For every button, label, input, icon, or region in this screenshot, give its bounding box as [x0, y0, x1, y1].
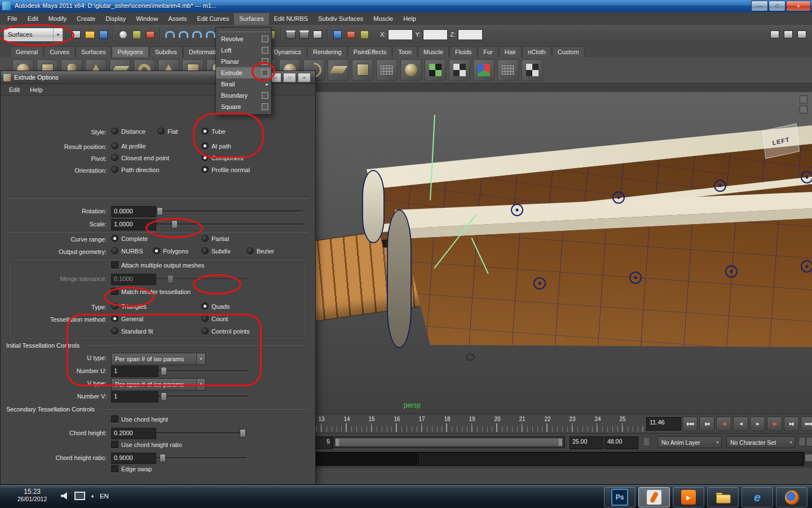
use-chord-ratio-checkbox[interactable]: Use chord height ratio [111, 441, 182, 448]
radio-icon[interactable] [111, 247, 118, 255]
tess-standard-fit-option[interactable]: Standard fit [111, 327, 153, 335]
checkbox-icon[interactable] [111, 261, 118, 269]
snap-plane-icon[interactable] [204, 28, 217, 41]
scale-slider[interactable] [156, 219, 303, 229]
playback-end-field[interactable]: 48.00 [604, 436, 638, 449]
merge-tolerance-field[interactable]: 0.1000 [111, 274, 156, 285]
taskbar-firefox-button[interactable] [776, 487, 807, 507]
checkbox-icon[interactable] [111, 441, 118, 448]
go-to-end-button[interactable]: ▶▶▮ [801, 417, 812, 431]
save-scene-icon[interactable] [97, 28, 109, 41]
auto-keyframe-icon[interactable] [798, 437, 806, 446]
radio-icon[interactable] [111, 327, 118, 335]
option-box-icon[interactable] [262, 58, 268, 65]
snap-point-icon[interactable] [191, 28, 203, 41]
taskbar-photoshop-button[interactable]: Ps [604, 487, 636, 507]
slider-handle[interactable] [240, 429, 246, 437]
slider-handle[interactable] [171, 220, 178, 229]
radio-icon[interactable] [201, 166, 209, 173]
chord-height-ratio-slider[interactable] [156, 453, 246, 462]
range-slider-bar[interactable] [335, 438, 563, 446]
slider-handle[interactable] [167, 275, 174, 283]
radio-icon[interactable] [111, 315, 118, 322]
radio-icon[interactable] [201, 154, 209, 161]
merge-tolerance-slider[interactable] [156, 274, 249, 283]
menu-modify[interactable]: Modify [43, 13, 72, 25]
option-box-icon[interactable] [262, 103, 268, 110]
chord-height-field[interactable]: 0.2000 [111, 428, 156, 439]
chord-height-slider[interactable] [156, 428, 246, 437]
radio-icon[interactable] [111, 128, 118, 135]
maximize-button[interactable]: □ [769, 1, 785, 11]
anim-layer-icon[interactable] [643, 437, 650, 446]
output-subdiv-option[interactable]: Subdiv [201, 247, 231, 255]
menu-set-selector[interactable]: Surfaces ▾ [3, 28, 63, 42]
style-distance-option[interactable]: Distance [111, 128, 145, 135]
open-scene-icon[interactable] [83, 28, 96, 41]
style-tube-option[interactable]: Tube [201, 128, 226, 135]
slider-handle[interactable] [157, 207, 163, 216]
play-backwards-button[interactable]: ◀ [733, 417, 748, 431]
taskbar-internet-explorer-button[interactable]: e [742, 487, 773, 507]
match-render-checkbox[interactable]: Match render tessellation [111, 288, 191, 295]
type-quads-option[interactable]: Quads [201, 303, 230, 310]
edge-swap-checkbox[interactable]: Edge swap [111, 465, 152, 472]
combine-mesh-icon[interactable] [352, 59, 373, 81]
dialog-menu-help[interactable]: Help [25, 86, 48, 93]
menu-window[interactable]: Window [131, 13, 163, 25]
orientation-profile-normal-option[interactable]: Profile normal [201, 166, 250, 173]
shelf-tab-hair[interactable]: Hair [499, 46, 522, 57]
color-set-icon[interactable] [473, 59, 495, 81]
menu-item-extrude[interactable]: Extrude [216, 67, 271, 78]
lasso-tool-icon[interactable] [130, 28, 143, 41]
result-at-path-option[interactable]: At path [201, 142, 231, 150]
snap-curve-icon[interactable] [177, 28, 189, 41]
rotation-field[interactable]: 0.0000 [111, 206, 156, 217]
result-at-profile-option[interactable]: At profile [111, 142, 145, 150]
uv-checker-icon[interactable] [425, 59, 446, 81]
toolbox-icon[interactable] [358, 28, 370, 41]
tray-chevron-up-icon[interactable]: ▲ [90, 493, 95, 498]
menu-muscle[interactable]: Muscle [368, 13, 398, 25]
display-settings-icon[interactable] [74, 492, 85, 500]
paint-select-icon[interactable] [144, 28, 156, 41]
shelf-tab-surfaces[interactable]: Surfaces [76, 46, 111, 57]
step-forward-frame-button[interactable]: ▶▮ [784, 417, 799, 431]
mirror-geometry-icon[interactable] [328, 59, 349, 81]
menu-subdiv-surfaces[interactable]: Subdiv Surfaces [313, 13, 368, 25]
shelf-tab-polygons[interactable]: Polygons [112, 46, 148, 57]
menu-edit-curves[interactable]: Edit Curves [192, 13, 234, 25]
shelf-tab-subdivs[interactable]: Subdivs [149, 46, 183, 57]
radio-icon[interactable] [201, 142, 209, 150]
radio-icon[interactable] [111, 142, 118, 150]
slider-handle[interactable] [161, 367, 167, 375]
shelf-tab-fluids[interactable]: Fluids [449, 46, 477, 57]
shelf-tab-painteffects[interactable]: PaintEffects [348, 46, 392, 57]
menu-file[interactable]: File [2, 13, 23, 25]
menu-item-planar[interactable]: Planar [216, 56, 271, 67]
radio-icon[interactable] [153, 247, 160, 255]
u-type-dropdown[interactable]: Per span # of iso params ▾ [111, 353, 206, 365]
number-u-slider[interactable] [158, 366, 248, 375]
radio-icon[interactable] [111, 235, 118, 242]
taskbar-clock[interactable]: 15:23 26/01/2012 [8, 488, 56, 502]
menu-item-boundary[interactable]: Boundary [216, 90, 271, 101]
v-type-dropdown[interactable]: Per span # of iso params ▾ [111, 378, 206, 391]
checkbox-icon[interactable] [111, 415, 118, 423]
option-box-icon[interactable] [262, 69, 268, 76]
shelf-tab-muscle[interactable]: Muscle [418, 46, 449, 57]
menu-display[interactable]: Display [100, 13, 131, 25]
radio-icon[interactable] [111, 166, 118, 173]
anim-layer-dropdown[interactable]: No Anim Layer ▾ [657, 436, 722, 448]
shelf-tab-ncloth[interactable]: nCloth [522, 46, 551, 57]
character-set-dropdown[interactable]: No Character Set ▾ [726, 436, 795, 448]
radio-icon[interactable] [111, 303, 118, 310]
hypershade-icon[interactable] [331, 28, 343, 41]
separate-mesh-icon[interactable] [376, 59, 398, 81]
shelf-tab-toon[interactable]: Toon [392, 46, 417, 57]
step-back-key-button[interactable]: ◀▮ [716, 417, 731, 431]
type-triangles-option[interactable]: Triangles [111, 303, 147, 310]
menu-assets[interactable]: Assets [163, 13, 192, 25]
viewport-toggle-icon[interactable] [800, 106, 807, 113]
tess-control-points-option[interactable]: Control points [201, 327, 250, 335]
